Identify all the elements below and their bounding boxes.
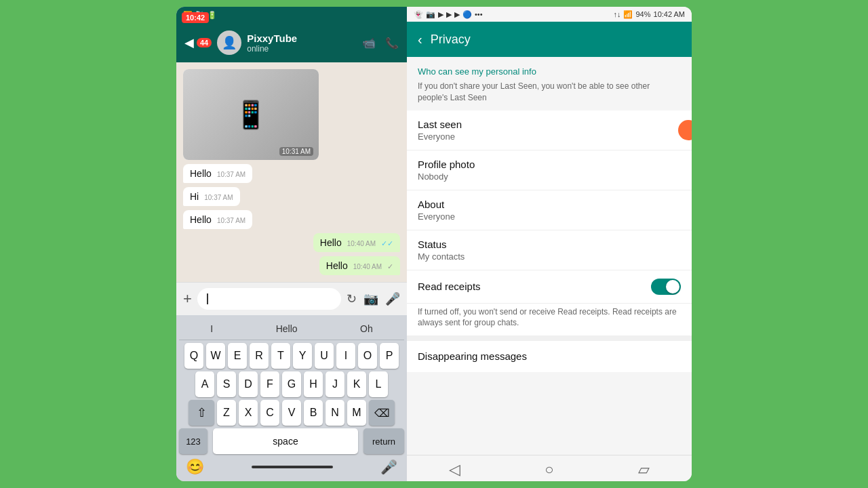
privacy-content: Who can see my personal info If you don'… <box>407 57 692 455</box>
suggestion-1[interactable]: I <box>205 322 218 336</box>
numeric-key[interactable]: 123 <box>179 428 208 454</box>
key-k[interactable]: K <box>347 371 366 397</box>
contact-info: PixxyTube online <box>247 33 357 54</box>
key-u[interactable]: U <box>315 343 334 369</box>
app-icon-3: ▶ <box>454 10 460 19</box>
shift-key[interactable]: ⇧ <box>189 400 214 426</box>
keyboard-row-1: Q W E R T Y U I O P <box>179 343 404 369</box>
last-seen-label: Last seen <box>418 119 462 130</box>
about-value: Everyone <box>418 211 455 222</box>
read-receipts-toggle[interactable] <box>651 279 681 295</box>
dictation-button[interactable]: 🎤 <box>380 459 397 475</box>
suggestion-2[interactable]: Hello <box>271 322 303 336</box>
key-n[interactable]: N <box>326 400 344 426</box>
video-call-icon[interactable]: 📹 <box>362 37 376 49</box>
add-attachment-button[interactable]: + <box>183 290 192 308</box>
key-z[interactable]: Z <box>217 400 236 426</box>
camera-input-icon[interactable]: 📷 <box>363 291 378 306</box>
media-message: 📱 10:31 AM <box>183 69 319 160</box>
keyboard-row-3: ⇧ Z X C V B N M ⌫ <box>179 400 404 426</box>
status-time: 10:42 <box>182 12 209 23</box>
status-item[interactable]: Status My contacts <box>407 230 692 270</box>
snapchat-icon: 📷 <box>426 10 435 19</box>
last-seen-value: Everyone <box>418 131 462 142</box>
back-button[interactable]: ◀ 44 <box>184 35 212 50</box>
message-time: 10:37 AM <box>204 194 233 201</box>
last-seen-info-left: Last seen Everyone <box>418 119 462 142</box>
voice-call-icon[interactable]: 📞 <box>385 37 399 49</box>
emoji-button[interactable]: 😊 <box>186 458 204 476</box>
key-l[interactable]: L <box>369 371 388 397</box>
youtube-icon: ▶ <box>438 10 443 19</box>
profile-photo-info: Profile photo Nobody <box>418 159 475 182</box>
message-input-container[interactable] <box>197 288 341 310</box>
home-nav-icon[interactable]: ○ <box>545 461 553 479</box>
message-time: 10:40 AM <box>347 240 376 247</box>
key-v[interactable]: V <box>282 400 301 426</box>
space-key[interactable]: space <box>213 428 358 454</box>
key-j[interactable]: J <box>326 371 344 397</box>
read-receipts-item[interactable]: Read receipts <box>407 270 692 304</box>
keyboard-bottom-row: 123 space return <box>179 428 404 454</box>
privacy-back-button[interactable]: ‹ <box>418 32 422 47</box>
key-t[interactable]: T <box>271 343 290 369</box>
battery-percent: 94% <box>635 10 650 18</box>
key-m[interactable]: M <box>347 400 366 426</box>
disappearing-messages-item[interactable]: Disappearing messages <box>407 341 692 372</box>
key-g[interactable]: G <box>282 371 301 397</box>
key-a[interactable]: A <box>195 371 214 397</box>
virtual-keyboard: I Hello Oh Q W E R T Y U I O P A S D F G… <box>176 315 407 481</box>
input-action-icons: ↻ 📷 🎤 <box>347 291 400 306</box>
key-w[interactable]: W <box>206 343 225 369</box>
key-i[interactable]: I <box>336 343 355 369</box>
message-time: 10:37 AM <box>217 217 245 224</box>
key-y[interactable]: Y <box>293 343 312 369</box>
header-actions: 📹 📞 <box>362 37 399 49</box>
sticker-icon[interactable]: ↻ <box>347 291 357 306</box>
read-tick: ✓✓ <box>381 239 393 248</box>
read-receipts-description: If turned off, you won't send or receive… <box>407 304 692 336</box>
privacy-header: ‹ Privacy <box>407 22 692 57</box>
media-timestamp: 10:31 AM <box>279 147 313 156</box>
last-seen-item[interactable]: Last seen Everyone <box>407 110 692 150</box>
keyboard-extras: 😊 🎤 <box>179 455 404 477</box>
voice-input-icon[interactable]: 🎤 <box>385 291 400 306</box>
scroll-indicator <box>678 120 692 140</box>
more-icon: ••• <box>475 10 483 18</box>
app-icon-2: ▶ <box>446 10 452 19</box>
key-f[interactable]: F <box>260 371 279 397</box>
chat-header: ◀ 44 👤 PixxyTube online 📹 📞 <box>176 23 407 62</box>
recents-nav-icon[interactable]: ▱ <box>638 461 650 479</box>
app-icon-4: 🔵 <box>462 10 472 19</box>
key-o[interactable]: O <box>358 343 377 369</box>
unread-badge: 44 <box>197 38 212 47</box>
delete-key[interactable]: ⌫ <box>369 400 395 426</box>
back-nav-icon[interactable]: ◁ <box>449 461 460 479</box>
suggestion-3[interactable]: Oh <box>355 322 378 336</box>
key-r[interactable]: R <box>250 343 269 369</box>
read-receipts-label: Read receipts <box>418 281 481 292</box>
about-info: About Everyone <box>418 199 455 222</box>
status-label: Status <box>418 239 465 250</box>
chat-panel: 10:42 📶 📡 🔋 ◀ 44 👤 PixxyTube online 📹 📞 … <box>176 7 407 481</box>
key-q[interactable]: Q <box>184 343 203 369</box>
profile-photo-item[interactable]: Profile photo Nobody <box>407 150 692 190</box>
key-e[interactable]: E <box>228 343 247 369</box>
message-sent-2: Hello 10:40 AM ✓ <box>319 256 400 275</box>
key-b[interactable]: B <box>304 400 323 426</box>
contact-avatar: 👤 <box>217 30 241 55</box>
key-p[interactable]: P <box>380 343 399 369</box>
key-s[interactable]: S <box>217 371 236 397</box>
personal-info-section-header: Who can see my personal info <box>407 57 692 81</box>
key-h[interactable]: H <box>304 371 323 397</box>
word-suggestions: I Hello Oh <box>179 319 404 340</box>
key-x[interactable]: X <box>239 400 258 426</box>
key-c[interactable]: C <box>260 400 279 426</box>
key-d[interactable]: D <box>239 371 258 397</box>
message-time: 10:37 AM <box>217 171 245 178</box>
message-text: Hello <box>190 214 212 225</box>
contact-name: PixxyTube <box>247 33 357 44</box>
return-key[interactable]: return <box>363 428 404 454</box>
status-info: Status My contacts <box>418 239 465 262</box>
about-item[interactable]: About Everyone <box>407 190 692 230</box>
